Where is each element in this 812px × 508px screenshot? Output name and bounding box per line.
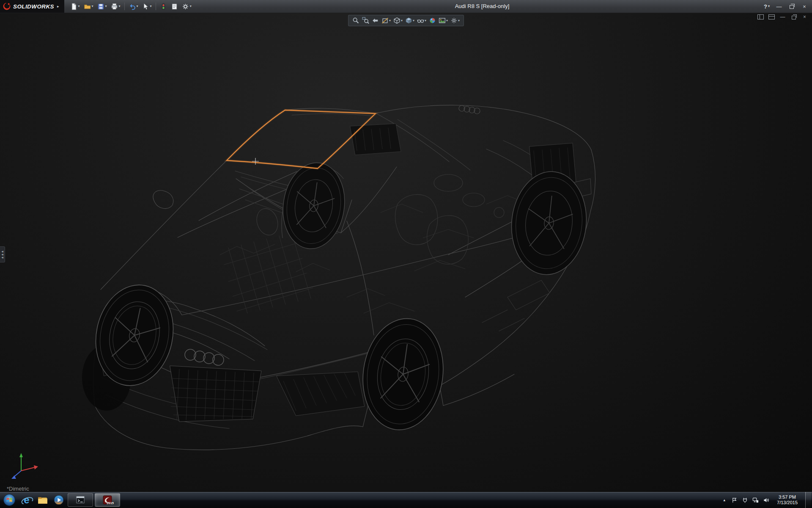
dropdown-caret: ▾ bbox=[190, 5, 192, 8]
open-folder-icon bbox=[84, 3, 91, 10]
windows-start-orb-icon bbox=[3, 494, 16, 506]
solidworks-brand: SOLIDWORKS ▸ bbox=[0, 0, 64, 13]
maximize-button[interactable] bbox=[786, 2, 798, 11]
restore-glyph bbox=[792, 16, 796, 19]
media-player-button[interactable] bbox=[51, 492, 67, 508]
rebuild-button[interactable] bbox=[158, 1, 169, 11]
start-button[interactable] bbox=[0, 492, 19, 508]
volume-button[interactable] bbox=[763, 497, 769, 503]
document-close-button[interactable]: × bbox=[801, 14, 809, 20]
options-gear-icon bbox=[182, 3, 189, 10]
action-center-button[interactable] bbox=[731, 497, 738, 503]
zoom-to-fit-icon bbox=[352, 17, 359, 24]
zoom-to-fit-button[interactable] bbox=[351, 16, 360, 25]
section-view-button[interactable]: ▾ bbox=[381, 16, 392, 25]
command-prompt-task-button[interactable] bbox=[68, 493, 93, 507]
show-hidden-icons-button[interactable]: ▴ bbox=[722, 496, 727, 504]
edit-appearance-button[interactable] bbox=[428, 16, 437, 25]
select-cursor-icon bbox=[142, 3, 149, 10]
section-view-icon bbox=[381, 17, 389, 24]
internet-explorer-icon: e bbox=[21, 494, 32, 505]
close-glyph: × bbox=[803, 14, 806, 20]
front-right-wheel bbox=[278, 159, 350, 253]
dropdown-caret: ▾ bbox=[425, 19, 426, 22]
open-button[interactable]: ▾ bbox=[82, 1, 95, 11]
save-button[interactable]: ▾ bbox=[96, 1, 109, 11]
split-pane-horizontal-button[interactable] bbox=[768, 14, 776, 20]
menu-expand-arrow[interactable]: ▸ bbox=[56, 4, 59, 8]
previous-view-button[interactable] bbox=[371, 16, 380, 25]
hide-show-glasses-icon bbox=[417, 17, 424, 24]
undo-button[interactable]: ▾ bbox=[127, 1, 140, 11]
dropdown-caret: ▾ bbox=[413, 19, 414, 22]
note-button[interactable] bbox=[169, 1, 180, 11]
speaker-icon bbox=[763, 497, 769, 503]
split-pane-vertical-button[interactable] bbox=[757, 14, 765, 20]
minimize-glyph: — bbox=[780, 14, 785, 20]
windows-explorer-button[interactable] bbox=[35, 492, 51, 508]
dropdown-caret: ▾ bbox=[768, 5, 770, 8]
view-settings-button[interactable]: ▾ bbox=[450, 16, 461, 25]
network-status-button[interactable] bbox=[752, 497, 759, 503]
select-button[interactable]: ▾ bbox=[140, 1, 154, 11]
dropdown-caret: ▾ bbox=[389, 19, 391, 22]
power-options-button[interactable] bbox=[741, 497, 748, 503]
document-restore-button[interactable] bbox=[790, 14, 798, 20]
document-minimize-button[interactable]: — bbox=[779, 14, 787, 20]
rebuild-stoplight-icon bbox=[160, 3, 167, 10]
display-style-button[interactable]: ▾ bbox=[404, 16, 415, 25]
print-icon bbox=[111, 3, 118, 10]
new-button[interactable]: ▾ bbox=[69, 1, 82, 11]
zoom-to-area-button[interactable] bbox=[361, 16, 370, 25]
power-plug-icon bbox=[742, 497, 748, 503]
dropdown-caret: ▾ bbox=[401, 19, 403, 22]
taskbar-clock[interactable]: 3:57 PM 7/13/2015 bbox=[773, 494, 801, 505]
split-vertical-icon bbox=[757, 14, 764, 19]
apply-scene-button[interactable]: ▾ bbox=[438, 16, 449, 25]
view-orientation-button[interactable]: ▾ bbox=[392, 16, 403, 25]
close-glyph: × bbox=[803, 3, 806, 10]
document-window-controls: — × bbox=[757, 14, 809, 20]
toolbar-separator bbox=[156, 3, 156, 10]
show-desktop-button[interactable] bbox=[805, 492, 811, 508]
dropdown-caret: ▾ bbox=[150, 5, 152, 8]
dropdown-caret: ▾ bbox=[105, 5, 107, 8]
restore-glyph bbox=[790, 5, 794, 9]
print-button[interactable]: ▾ bbox=[109, 1, 122, 11]
hide-show-items-button[interactable]: ▾ bbox=[416, 16, 427, 25]
dropdown-caret: ▾ bbox=[458, 19, 460, 22]
help-button[interactable]: ? ▾ bbox=[761, 2, 772, 11]
minimize-button[interactable]: — bbox=[773, 2, 785, 11]
view-orientation-label: *Dimetric bbox=[7, 486, 29, 492]
heads-up-view-toolbar: ▾ ▾ ▾ bbox=[348, 15, 464, 26]
solidworks-app-window: SOLIDWORKS ▸ ▾ ▾ bbox=[0, 0, 812, 508]
audi-rings-rear bbox=[459, 105, 480, 114]
ie-letter: e bbox=[24, 495, 29, 505]
right-headlight bbox=[277, 372, 365, 416]
rear-right-wheel bbox=[507, 168, 592, 278]
undo-icon bbox=[129, 3, 136, 10]
minimize-glyph: — bbox=[776, 3, 782, 10]
panel-collapse-handle[interactable]: ◀ ◀ ◀ bbox=[0, 246, 5, 262]
dropdown-caret: ▾ bbox=[119, 5, 121, 8]
solidworks-year-badge: 2015 bbox=[107, 501, 114, 505]
close-button[interactable]: × bbox=[798, 2, 810, 11]
collapse-arrow-icon: ◀ bbox=[1, 250, 3, 253]
title-bar: SOLIDWORKS ▸ ▾ ▾ bbox=[0, 0, 812, 13]
orientation-triad bbox=[11, 453, 38, 479]
new-document-icon bbox=[70, 3, 77, 10]
ds-logo-icon bbox=[3, 2, 11, 11]
system-tray: ▴ bbox=[722, 492, 812, 508]
solidworks-task-button[interactable]: 2015 bbox=[95, 493, 120, 507]
collapse-arrow-icon: ◀ bbox=[1, 256, 3, 259]
audi-rings-front bbox=[185, 349, 224, 365]
options-button[interactable]: ▾ bbox=[180, 1, 193, 11]
dropdown-caret: ▾ bbox=[446, 19, 448, 22]
collapse-arrow-icon: ◀ bbox=[1, 253, 3, 256]
3d-model-view[interactable] bbox=[0, 13, 812, 492]
internet-explorer-button[interactable]: e bbox=[19, 492, 35, 508]
windows-taskbar: e bbox=[0, 491, 812, 508]
view-orientation-cube-icon bbox=[393, 17, 401, 24]
rear-left-wheel bbox=[356, 313, 450, 435]
split-horizontal-icon bbox=[768, 14, 775, 19]
